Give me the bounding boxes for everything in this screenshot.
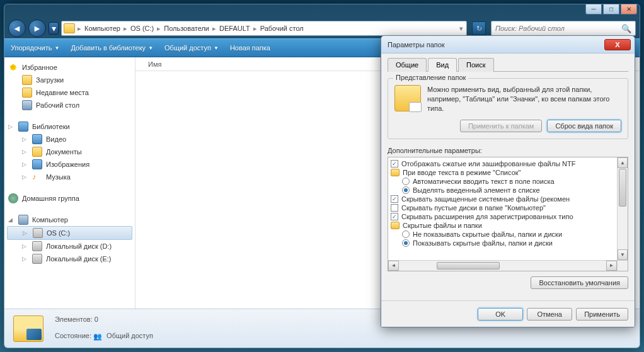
video-icon	[32, 134, 42, 144]
scroll-left-button[interactable]: ◄	[388, 261, 399, 271]
organize-menu[interactable]: Упорядочить▼	[11, 44, 59, 52]
star-icon	[8, 62, 18, 72]
breadcrumb-item[interactable]: DEFAULT	[217, 25, 252, 32]
tree-item-label: Автоматически вводить текст в поле поиск…	[413, 178, 555, 185]
scroll-thumb[interactable]	[619, 169, 626, 207]
tree-item-label: Скрывать расширения для зарегистрированн…	[401, 213, 573, 220]
computer-header[interactable]: ◢Компьютер	[4, 213, 135, 226]
address-bar[interactable]: ▸ Компьютер▸ OS (C:)▸ Пользователи▸ DEFA…	[61, 21, 467, 36]
computer-icon	[18, 215, 28, 225]
tree-item[interactable]: Автоматически вводить текст в поле поиск…	[391, 177, 625, 186]
back-button[interactable]: ◄	[8, 20, 26, 37]
tree-item-label: Отображать сжатые или зашифрованные файл…	[401, 160, 575, 167]
apply-to-folders-button[interactable]: Применить к папкам	[460, 120, 543, 132]
window-close-button[interactable]: ✕	[621, 4, 637, 14]
homegroup-header[interactable]: Домашняя группа	[4, 192, 135, 205]
folder-large-icon	[13, 315, 43, 342]
tree-item[interactable]: При вводе текста в режиме "Список"	[391, 168, 625, 177]
state-value: Общий доступ	[106, 332, 153, 339]
homegroup-icon	[8, 193, 18, 203]
folder-icon	[391, 169, 400, 176]
tree-item[interactable]: Показывать скрытые файлы, папки и диски	[391, 239, 625, 247]
sidebar-drive-d[interactable]: ▷Локальный диск (D:)	[4, 240, 135, 253]
tree-item[interactable]: Скрывать пустые диски в папке "Компьютер…	[391, 203, 625, 212]
sidebar-drive-c[interactable]: ▷OS (C:)	[7, 226, 132, 240]
scroll-down-button[interactable]: ▼	[618, 249, 628, 260]
tree-item[interactable]: Не показывать скрытые файлы, папки и дис…	[391, 230, 625, 239]
breadcrumb-item[interactable]: Компьютер	[83, 25, 122, 32]
ok-button[interactable]: OK	[478, 308, 523, 321]
tree-item[interactable]: Скрытые файлы и папки	[391, 221, 625, 230]
scroll-right-button[interactable]: ►	[606, 261, 617, 271]
dialog-tabs: Общие Вид Поиск	[388, 57, 628, 72]
radio[interactable]	[402, 178, 410, 185]
scroll-up-button[interactable]: ▲	[618, 157, 628, 168]
recent-icon	[22, 88, 32, 98]
advanced-settings-tree[interactable]: Отображать сжатые или зашифрованные файл…	[388, 157, 628, 271]
breadcrumb-item[interactable]: Рабочий стол	[258, 25, 306, 32]
sidebar-drive-e[interactable]: ▷Локальный диск (E:)	[4, 253, 135, 265]
folder-view-icon	[394, 85, 421, 111]
tree-item[interactable]: Скрывать защищенные системные файлы (рек…	[391, 195, 625, 203]
vertical-scrollbar[interactable]: ▲ ▼	[617, 157, 628, 260]
folder-icon	[22, 75, 32, 85]
sidebar-documents[interactable]: ▷Документы	[4, 145, 135, 158]
libraries-header[interactable]: ▷Библиотеки	[4, 120, 135, 133]
favorites-header[interactable]: Избранное	[4, 61, 135, 74]
refresh-button[interactable]: ↻	[472, 21, 486, 35]
sidebar-music[interactable]: ▷Музыка	[4, 171, 135, 183]
search-input[interactable]	[495, 22, 621, 35]
tree-item[interactable]: Выделять введенный элемент в списке	[391, 186, 625, 195]
cancel-button[interactable]: Отмена	[527, 308, 572, 321]
sidebar-desktop[interactable]: Рабочий стол	[4, 99, 135, 111]
tab-search[interactable]: Поиск	[458, 58, 493, 72]
breadcrumb-item[interactable]: Пользователи	[162, 25, 211, 32]
breadcrumb-item[interactable]: OS (C:)	[129, 25, 156, 32]
tree-item-label: Скрывать защищенные системные файлы (рек…	[401, 195, 570, 203]
include-library-menu[interactable]: Добавить в библиотеку▼	[71, 44, 153, 52]
navigation-pane: Избранное Загрузки Недавние места Рабочи…	[4, 57, 135, 309]
radio[interactable]	[402, 186, 410, 194]
maximize-button[interactable]: □	[603, 4, 619, 14]
tree-item[interactable]: Скрывать расширения для зарегистрированн…	[391, 212, 625, 221]
folder-icon	[64, 23, 75, 33]
sidebar-recent[interactable]: Недавние места	[4, 86, 135, 99]
restore-defaults-button[interactable]: Восстановить умолчания	[531, 276, 628, 289]
checkbox[interactable]	[391, 160, 398, 167]
item-count: Элементов: 0	[55, 315, 153, 323]
scroll-thumb[interactable]	[437, 262, 500, 270]
forward-button[interactable]: ►	[28, 20, 46, 37]
horizontal-scrollbar[interactable]: ◄ ►	[388, 260, 617, 271]
reset-folders-button[interactable]: Сброс вида папок	[547, 120, 621, 132]
tree-item-label: При вводе текста в режиме "Список"	[403, 169, 520, 176]
tab-general[interactable]: Общие	[388, 58, 427, 72]
library-icon	[18, 122, 28, 132]
history-dropdown[interactable]: ▾	[49, 22, 59, 35]
tab-view[interactable]: Вид	[428, 58, 457, 72]
state-label: Состояние:	[55, 332, 91, 339]
pictures-icon	[32, 159, 42, 169]
checkbox[interactable]	[391, 195, 398, 203]
folder-views-group: Представление папок Можно применить вид,…	[388, 78, 628, 139]
dialog-close-button[interactable]: X	[604, 39, 631, 50]
tree-item-label: Не показывать скрытые файлы, папки и дис…	[413, 230, 562, 238]
tree-item[interactable]: Отображать сжатые или зашифрованные файл…	[391, 159, 625, 168]
folder-options-dialog: Параметры папок X Общие Вид Поиск Предст…	[381, 35, 635, 327]
new-folder-button[interactable]: Новая папка	[230, 44, 270, 52]
share-menu[interactable]: Общий доступ▼	[164, 44, 219, 52]
checkbox[interactable]	[391, 204, 398, 212]
minimize-button[interactable]: ─	[585, 4, 602, 14]
window-titlebar: ─ □ ✕	[4, 4, 640, 18]
sidebar-videos[interactable]: ▷Видео	[4, 133, 135, 145]
radio[interactable]	[402, 230, 410, 238]
sidebar-downloads[interactable]: Загрузки	[4, 74, 135, 86]
documents-icon	[32, 147, 42, 157]
apply-button[interactable]: Применить	[576, 308, 628, 321]
search-box[interactable]: 🔍	[491, 21, 636, 36]
sidebar-pictures[interactable]: ▷Изображения	[4, 158, 135, 171]
tree-item-label: Скрывать пустые диски в папке "Компьютер…	[401, 204, 546, 212]
search-icon: 🔍	[621, 24, 631, 33]
radio[interactable]	[402, 239, 410, 247]
checkbox[interactable]	[391, 213, 398, 220]
tree-item-label: Показывать скрытые файлы, папки и диски	[413, 239, 553, 247]
